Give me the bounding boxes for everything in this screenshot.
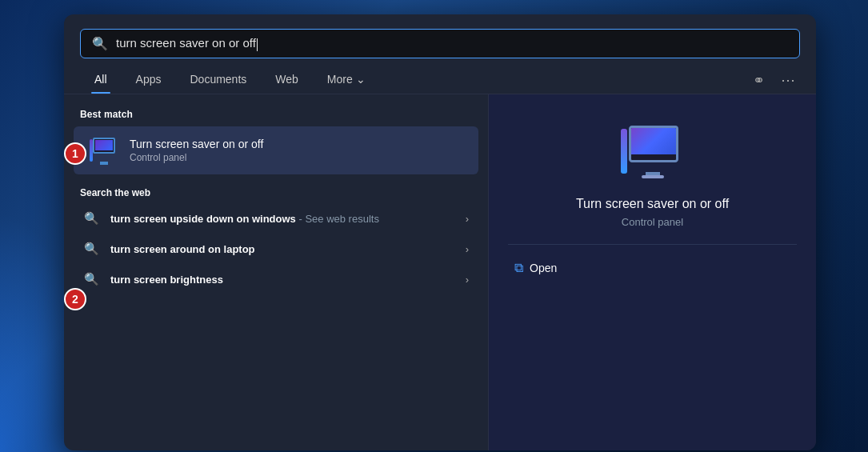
search-input[interactable]: turn screen saver on or off <box>116 36 788 50</box>
more-options-icon[interactable]: ⋯ <box>776 68 800 92</box>
open-external-icon: ⧉ <box>514 261 523 275</box>
web-search-icon-1: 🔍 <box>83 211 99 226</box>
web-result-text-1: turn screen upside down on windows - See… <box>110 213 454 225</box>
web-search-icon-3: 🔍 <box>83 272 99 286</box>
tab-web[interactable]: Web <box>261 66 313 94</box>
detail-divider <box>508 244 797 245</box>
tab-more[interactable]: More ⌄ <box>313 66 380 94</box>
web-result-item[interactable]: 🔍 turn screen upside down on windows - S… <box>67 203 485 234</box>
right-panel: Turn screen saver on or off Control pane… <box>488 94 816 450</box>
left-panel: Best match Turn screen saver on or off C… <box>64 94 488 450</box>
main-content: Best match Turn screen saver on or off C… <box>64 94 816 450</box>
large-control-panel-icon <box>621 122 685 178</box>
web-search-label: Search the web <box>64 187 488 203</box>
nav-tabs: All Apps Documents Web More ⌄ <box>80 66 748 94</box>
best-match-item[interactable]: Turn screen saver on or off Control pane… <box>74 126 478 174</box>
search-bar[interactable]: 🔍 turn screen saver on or off <box>80 29 800 58</box>
search-icon: 🔍 <box>92 36 108 51</box>
detail-title: Turn screen saver on or off <box>576 197 729 211</box>
chevron-right-icon-1: › <box>466 213 469 225</box>
search-bar-row: 🔍 turn screen saver on or off <box>64 14 816 58</box>
web-result-text-2: turn screen around on laptop <box>110 243 454 255</box>
tab-all[interactable]: All <box>80 66 122 94</box>
best-match-label: Best match <box>64 109 488 126</box>
nav-icons: ⚭ ⋯ <box>748 68 800 92</box>
best-match-title: Turn screen saver on or off <box>130 138 462 150</box>
section-divider <box>64 174 488 187</box>
chevron-down-icon: ⌄ <box>356 73 366 86</box>
detail-subtitle: Control panel <box>622 216 683 228</box>
control-panel-icon <box>90 136 118 165</box>
web-result-item-3[interactable]: 🔍 turn screen brightness › <box>67 264 485 294</box>
search-panel: 🔍 turn screen saver on or off All Apps D… <box>64 14 816 450</box>
best-match-subtitle: Control panel <box>130 152 462 163</box>
tab-documents[interactable]: Documents <box>175 66 261 94</box>
nav-row: All Apps Documents Web More ⌄ ⚭ ⋯ <box>64 58 816 94</box>
badge-1: 1 <box>64 142 86 165</box>
best-match-text: Turn screen saver on or off Control pane… <box>130 138 462 163</box>
open-button[interactable]: ⧉ Open <box>508 258 797 278</box>
badge-2: 2 <box>64 288 86 310</box>
chevron-right-icon-3: › <box>466 274 469 286</box>
tab-apps[interactable]: Apps <box>122 66 176 94</box>
detail-icon-area <box>617 118 689 182</box>
chevron-right-icon-2: › <box>466 243 469 255</box>
people-icon[interactable]: ⚭ <box>748 68 770 92</box>
web-result-text-3: turn screen brightness <box>110 274 454 286</box>
open-label: Open <box>530 262 557 274</box>
web-search-icon-2: 🔍 <box>83 242 99 256</box>
web-result-item-2[interactable]: 🔍 turn screen around on laptop › <box>67 234 485 264</box>
